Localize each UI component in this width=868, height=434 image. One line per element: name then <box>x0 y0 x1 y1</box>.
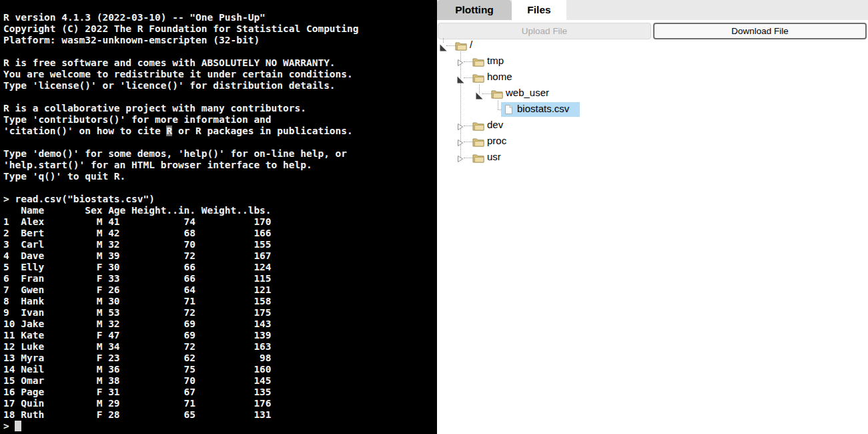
tree-item-label[interactable]: proc <box>487 135 506 146</box>
tree-connector <box>446 45 456 46</box>
tree-item-usr[interactable]: usr <box>437 150 868 166</box>
tree-item-label[interactable]: usr <box>487 151 501 162</box>
console-banner: R version 4.1.3 (2022-03-10) -- "One Pus… <box>3 12 359 136</box>
tree-item-web-user[interactable]: web_user <box>437 85 868 101</box>
tree-item-label[interactable]: / <box>470 39 472 50</box>
r-console[interactable]: R version 4.1.3 (2022-03-10) -- "One Pus… <box>0 0 437 434</box>
tree-item-tmp[interactable]: tmp <box>437 53 868 69</box>
tree-connector <box>464 77 473 78</box>
tree-item-label[interactable]: dev <box>487 119 503 130</box>
dataframe-rows: 1 Alex M 41 74 170 2 Bert M 42 68 166 3 … <box>3 216 272 420</box>
console-prompt: > <box>3 421 15 431</box>
tree-connector <box>482 93 492 94</box>
tree-item-label[interactable]: biostats.csv <box>517 103 569 114</box>
expander-closed-icon[interactable] <box>457 57 464 69</box>
folder-icon <box>472 73 484 85</box>
tree-item-proc[interactable]: proc <box>437 134 868 150</box>
tree-item-label[interactable]: web_user <box>506 87 549 98</box>
expander-closed-icon[interactable] <box>457 138 464 150</box>
files-panel: Plotting Files Upload File Download File… <box>437 0 868 434</box>
expander-open-icon[interactable] <box>440 42 447 54</box>
folder-icon <box>472 57 484 69</box>
tree-connector <box>464 126 473 126</box>
webr-app: R version 4.1.3 (2022-03-10) -- "One Pus… <box>0 0 868 434</box>
terminal-cursor <box>15 421 21 431</box>
expander-closed-icon[interactable] <box>457 122 464 134</box>
expander-open-icon[interactable] <box>457 74 464 86</box>
expander-closed-icon[interactable] <box>457 154 464 166</box>
expander-open-icon[interactable] <box>476 90 483 102</box>
console-output: R version 4.1.3 (2022-03-10) -- "One Pus… <box>0 0 437 432</box>
folder-icon <box>472 153 484 166</box>
folder-icon <box>472 121 484 134</box>
tree-connector <box>464 158 473 158</box>
tree-item-label[interactable]: tmp <box>487 55 504 66</box>
tree-connector <box>464 61 473 62</box>
folder-icon <box>455 41 467 53</box>
tree-item-biostats-csv[interactable]: biostats.csv <box>437 101 868 118</box>
tree-item-label[interactable]: home <box>487 71 512 82</box>
console-selected-text: R <box>166 126 172 136</box>
tree-item-dev[interactable]: dev <box>437 118 868 134</box>
tree-item-home[interactable]: home <box>437 69 868 85</box>
dataframe-header: Name Sex Age Height..in. Weight..lbs. <box>3 205 272 216</box>
folder-icon <box>472 137 484 150</box>
file-icon <box>504 104 513 118</box>
file-tree: / tmp home web_user <box>437 0 868 434</box>
tree-item-root[interactable]: / <box>437 37 868 53</box>
tree-connector <box>464 142 473 142</box>
console-banner-rest: or R packages in publications. Type 'dem… <box>3 126 353 204</box>
folder-icon <box>491 89 503 101</box>
